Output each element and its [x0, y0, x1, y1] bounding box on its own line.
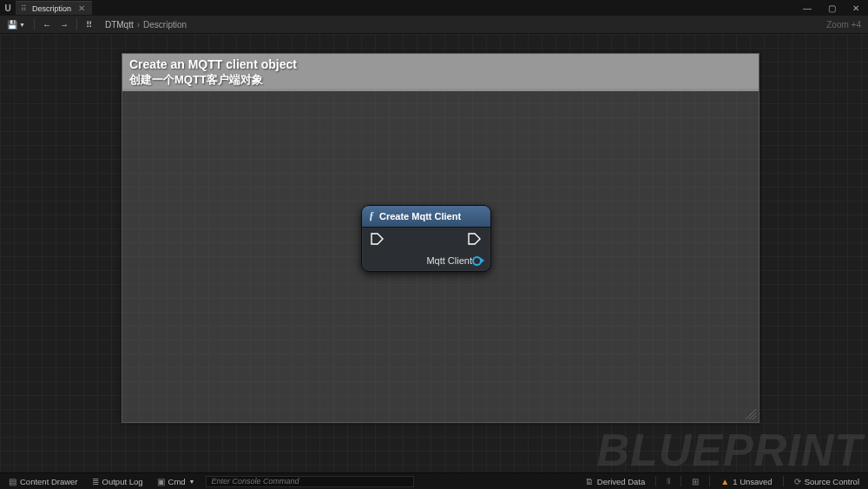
chevron-down-icon: ▼: [19, 22, 25, 28]
tab-label: Description: [32, 4, 71, 13]
node-title: Create Mqtt Client: [379, 211, 461, 221]
node-create-mqtt-client[interactable]: ƒ Create Mqtt Client Mqtt Client: [361, 205, 491, 272]
maximize-button[interactable]: ▢: [819, 0, 844, 16]
app-logo-icon: U: [0, 0, 16, 16]
function-icon: ƒ: [369, 209, 374, 222]
source-control-button[interactable]: ⟳ Source Control: [791, 475, 863, 488]
source-control-icon: ⟳: [794, 477, 801, 486]
output-log-label: Output Log: [102, 477, 143, 486]
tab-close-icon[interactable]: ✕: [76, 4, 87, 13]
toolbar-divider: [34, 18, 35, 30]
chevron-right-icon: ›: [137, 20, 140, 30]
drawer-icon: ▤: [9, 477, 16, 486]
nav-back-button[interactable]: ←: [40, 17, 54, 32]
toolbar-divider: [76, 18, 77, 30]
statusbar: ▤ Content Drawer ≣ Output Log ▣ Cmd ▼ 🗎 …: [0, 472, 868, 489]
output-log-button[interactable]: ≣ Output Log: [89, 475, 147, 488]
node-exec-row: [362, 228, 490, 250]
hierarchy-icon[interactable]: ⠿: [82, 17, 96, 32]
unsaved-indicator-icon: ▲: [720, 477, 729, 486]
log-icon: ≣: [92, 477, 99, 486]
tab-description[interactable]: ⠿ Description ✕: [16, 1, 92, 15]
comment-subtitle: 创建一个MQTT客户端对象: [129, 73, 752, 87]
statusbar-divider: [681, 476, 681, 486]
resize-handle[interactable]: [744, 407, 758, 421]
breadcrumb-item-current[interactable]: Description: [143, 20, 187, 30]
comment-title: Create an MQTT client object: [129, 57, 752, 73]
unsaved-button[interactable]: ▲ 1 Unsaved: [717, 475, 775, 488]
blueprint-tab-icon: ⠿: [21, 4, 27, 13]
source-control-label: Source Control: [805, 477, 859, 486]
object-output-pin[interactable]: [472, 256, 482, 266]
titlebar: U ⠿ Description ✕ — ▢ ✕: [0, 0, 868, 16]
statusbar-divider: [655, 476, 656, 486]
statusbar-divider: [709, 476, 710, 486]
stats-button[interactable]: ⫴: [663, 475, 674, 488]
zoom-label: Zoom +4: [826, 20, 865, 30]
nav-forward-button[interactable]: →: [57, 17, 71, 32]
graph-viewport[interactable]: BLUEPRINT Create an MQTT client object 创…: [0, 34, 868, 472]
derived-data-label: Derived Data: [597, 477, 645, 486]
node-output-row: Mqtt Client: [362, 250, 490, 271]
stats-icon: ⫴: [667, 476, 670, 486]
output-pin-label: Mqtt Client: [426, 255, 472, 266]
breadcrumb-item[interactable]: DTMqtt: [105, 20, 134, 30]
cmd-icon: ▣: [157, 477, 165, 486]
minimize-button[interactable]: —: [795, 0, 819, 16]
console-input[interactable]: [206, 476, 414, 487]
unsaved-label: 1 Unsaved: [733, 477, 772, 486]
cmd-selector[interactable]: ▣ Cmd ▼: [154, 475, 199, 488]
exec-input-pin[interactable]: [371, 233, 385, 245]
jobs-button[interactable]: ⊞: [688, 475, 702, 488]
chevron-down-icon: ▼: [189, 479, 195, 485]
save-button[interactable]: 💾 ▼: [3, 17, 29, 32]
window-controls: — ▢ ✕: [795, 0, 868, 16]
save-icon: 💾: [7, 20, 17, 30]
statusbar-divider: [783, 476, 784, 486]
pin-ring-icon: [472, 256, 482, 266]
exec-output-pin[interactable]: [468, 233, 482, 245]
close-button[interactable]: ✕: [844, 0, 868, 16]
node-header[interactable]: ƒ Create Mqtt Client: [362, 206, 490, 228]
derived-data-icon: 🗎: [585, 477, 594, 486]
cmd-label: Cmd: [168, 477, 186, 486]
toolbar: 💾 ▼ ← → ⠿ DTMqtt › Description Zoom +4: [0, 16, 868, 34]
derived-data-button[interactable]: 🗎 Derived Data: [582, 475, 648, 488]
jobs-icon: ⊞: [692, 477, 699, 486]
content-drawer-button[interactable]: ▤ Content Drawer: [5, 475, 82, 488]
comment-header[interactable]: Create an MQTT client object 创建一个MQTT客户端…: [122, 54, 759, 91]
breadcrumb: DTMqtt › Description: [105, 20, 187, 30]
content-drawer-label: Content Drawer: [20, 477, 78, 486]
